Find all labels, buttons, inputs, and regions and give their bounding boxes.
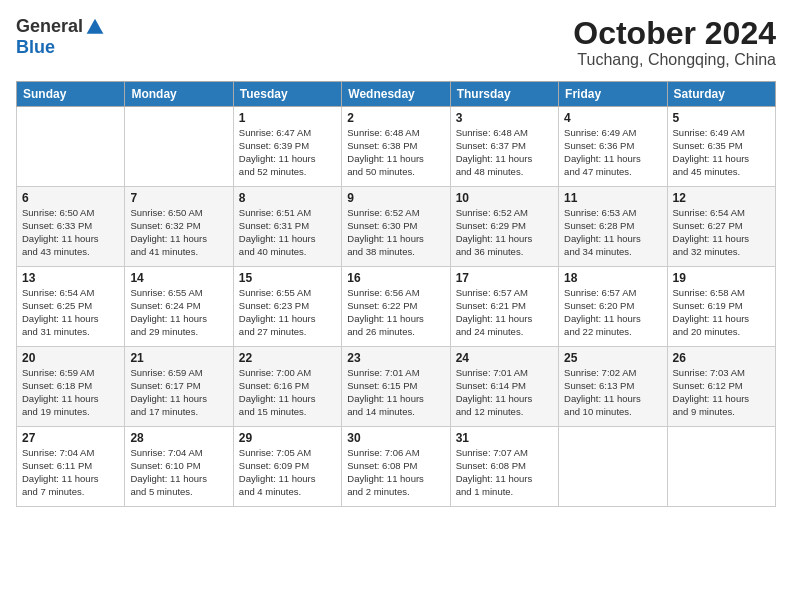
- logo-icon: [85, 17, 105, 37]
- day-info: Sunrise: 6:55 AM Sunset: 6:24 PM Dayligh…: [130, 287, 227, 338]
- day-number: 4: [564, 111, 661, 125]
- calendar-cell: [17, 107, 125, 187]
- day-number: 2: [347, 111, 444, 125]
- calendar-cell: 13Sunrise: 6:54 AM Sunset: 6:25 PM Dayli…: [17, 267, 125, 347]
- day-number: 31: [456, 431, 553, 445]
- calendar-cell: 11Sunrise: 6:53 AM Sunset: 6:28 PM Dayli…: [559, 187, 667, 267]
- weekday-header-saturday: Saturday: [667, 82, 775, 107]
- calendar-cell: 29Sunrise: 7:05 AM Sunset: 6:09 PM Dayli…: [233, 427, 341, 507]
- calendar-cell: 31Sunrise: 7:07 AM Sunset: 6:08 PM Dayli…: [450, 427, 558, 507]
- day-info: Sunrise: 6:59 AM Sunset: 6:17 PM Dayligh…: [130, 367, 227, 418]
- calendar-cell: 26Sunrise: 7:03 AM Sunset: 6:12 PM Dayli…: [667, 347, 775, 427]
- svg-marker-0: [87, 18, 104, 33]
- day-info: Sunrise: 6:58 AM Sunset: 6:19 PM Dayligh…: [673, 287, 770, 338]
- calendar-cell: 24Sunrise: 7:01 AM Sunset: 6:14 PM Dayli…: [450, 347, 558, 427]
- weekday-header-monday: Monday: [125, 82, 233, 107]
- calendar-table: SundayMondayTuesdayWednesdayThursdayFrid…: [16, 81, 776, 507]
- weekday-header-row: SundayMondayTuesdayWednesdayThursdayFrid…: [17, 82, 776, 107]
- weekday-header-thursday: Thursday: [450, 82, 558, 107]
- day-info: Sunrise: 6:51 AM Sunset: 6:31 PM Dayligh…: [239, 207, 336, 258]
- calendar-cell: [667, 427, 775, 507]
- day-number: 13: [22, 271, 119, 285]
- day-number: 16: [347, 271, 444, 285]
- calendar-cell: 21Sunrise: 6:59 AM Sunset: 6:17 PM Dayli…: [125, 347, 233, 427]
- calendar-cell: 3Sunrise: 6:48 AM Sunset: 6:37 PM Daylig…: [450, 107, 558, 187]
- day-number: 29: [239, 431, 336, 445]
- calendar-week-3: 13Sunrise: 6:54 AM Sunset: 6:25 PM Dayli…: [17, 267, 776, 347]
- day-number: 17: [456, 271, 553, 285]
- calendar-cell: 18Sunrise: 6:57 AM Sunset: 6:20 PM Dayli…: [559, 267, 667, 347]
- day-number: 12: [673, 191, 770, 205]
- calendar-cell: 10Sunrise: 6:52 AM Sunset: 6:29 PM Dayli…: [450, 187, 558, 267]
- calendar-cell: 23Sunrise: 7:01 AM Sunset: 6:15 PM Dayli…: [342, 347, 450, 427]
- day-info: Sunrise: 7:04 AM Sunset: 6:10 PM Dayligh…: [130, 447, 227, 498]
- day-info: Sunrise: 6:50 AM Sunset: 6:33 PM Dayligh…: [22, 207, 119, 258]
- day-number: 27: [22, 431, 119, 445]
- day-number: 30: [347, 431, 444, 445]
- day-info: Sunrise: 6:48 AM Sunset: 6:37 PM Dayligh…: [456, 127, 553, 178]
- day-info: Sunrise: 6:54 AM Sunset: 6:27 PM Dayligh…: [673, 207, 770, 258]
- day-info: Sunrise: 6:50 AM Sunset: 6:32 PM Dayligh…: [130, 207, 227, 258]
- calendar-cell: [125, 107, 233, 187]
- calendar-week-2: 6Sunrise: 6:50 AM Sunset: 6:33 PM Daylig…: [17, 187, 776, 267]
- day-number: 18: [564, 271, 661, 285]
- day-number: 19: [673, 271, 770, 285]
- calendar-cell: 17Sunrise: 6:57 AM Sunset: 6:21 PM Dayli…: [450, 267, 558, 347]
- calendar-week-5: 27Sunrise: 7:04 AM Sunset: 6:11 PM Dayli…: [17, 427, 776, 507]
- calendar-cell: 7Sunrise: 6:50 AM Sunset: 6:32 PM Daylig…: [125, 187, 233, 267]
- calendar-cell: 1Sunrise: 6:47 AM Sunset: 6:39 PM Daylig…: [233, 107, 341, 187]
- day-number: 1: [239, 111, 336, 125]
- day-info: Sunrise: 7:07 AM Sunset: 6:08 PM Dayligh…: [456, 447, 553, 498]
- calendar-cell: 28Sunrise: 7:04 AM Sunset: 6:10 PM Dayli…: [125, 427, 233, 507]
- calendar-cell: 2Sunrise: 6:48 AM Sunset: 6:38 PM Daylig…: [342, 107, 450, 187]
- calendar-cell: [559, 427, 667, 507]
- day-number: 15: [239, 271, 336, 285]
- logo: General Blue: [16, 16, 105, 58]
- weekday-header-friday: Friday: [559, 82, 667, 107]
- day-number: 11: [564, 191, 661, 205]
- day-number: 22: [239, 351, 336, 365]
- weekday-header-sunday: Sunday: [17, 82, 125, 107]
- page-header: General Blue October 2024 Tuchang, Chong…: [16, 16, 776, 69]
- calendar-cell: 15Sunrise: 6:55 AM Sunset: 6:23 PM Dayli…: [233, 267, 341, 347]
- calendar-cell: 6Sunrise: 6:50 AM Sunset: 6:33 PM Daylig…: [17, 187, 125, 267]
- calendar-cell: 19Sunrise: 6:58 AM Sunset: 6:19 PM Dayli…: [667, 267, 775, 347]
- day-info: Sunrise: 6:55 AM Sunset: 6:23 PM Dayligh…: [239, 287, 336, 338]
- day-number: 5: [673, 111, 770, 125]
- day-info: Sunrise: 6:47 AM Sunset: 6:39 PM Dayligh…: [239, 127, 336, 178]
- day-info: Sunrise: 7:04 AM Sunset: 6:11 PM Dayligh…: [22, 447, 119, 498]
- day-info: Sunrise: 7:01 AM Sunset: 6:15 PM Dayligh…: [347, 367, 444, 418]
- calendar-cell: 16Sunrise: 6:56 AM Sunset: 6:22 PM Dayli…: [342, 267, 450, 347]
- logo-general-text: General: [16, 16, 83, 37]
- day-info: Sunrise: 6:56 AM Sunset: 6:22 PM Dayligh…: [347, 287, 444, 338]
- day-info: Sunrise: 6:57 AM Sunset: 6:21 PM Dayligh…: [456, 287, 553, 338]
- day-number: 20: [22, 351, 119, 365]
- calendar-cell: 14Sunrise: 6:55 AM Sunset: 6:24 PM Dayli…: [125, 267, 233, 347]
- day-info: Sunrise: 7:02 AM Sunset: 6:13 PM Dayligh…: [564, 367, 661, 418]
- day-info: Sunrise: 6:59 AM Sunset: 6:18 PM Dayligh…: [22, 367, 119, 418]
- day-number: 21: [130, 351, 227, 365]
- calendar-cell: 5Sunrise: 6:49 AM Sunset: 6:35 PM Daylig…: [667, 107, 775, 187]
- day-info: Sunrise: 7:01 AM Sunset: 6:14 PM Dayligh…: [456, 367, 553, 418]
- title-section: October 2024 Tuchang, Chongqing, China: [573, 16, 776, 69]
- day-info: Sunrise: 6:53 AM Sunset: 6:28 PM Dayligh…: [564, 207, 661, 258]
- calendar-week-4: 20Sunrise: 6:59 AM Sunset: 6:18 PM Dayli…: [17, 347, 776, 427]
- day-number: 14: [130, 271, 227, 285]
- calendar-cell: 12Sunrise: 6:54 AM Sunset: 6:27 PM Dayli…: [667, 187, 775, 267]
- day-info: Sunrise: 6:52 AM Sunset: 6:30 PM Dayligh…: [347, 207, 444, 258]
- weekday-header-wednesday: Wednesday: [342, 82, 450, 107]
- calendar-cell: 4Sunrise: 6:49 AM Sunset: 6:36 PM Daylig…: [559, 107, 667, 187]
- day-info: Sunrise: 6:54 AM Sunset: 6:25 PM Dayligh…: [22, 287, 119, 338]
- day-number: 23: [347, 351, 444, 365]
- calendar-cell: 20Sunrise: 6:59 AM Sunset: 6:18 PM Dayli…: [17, 347, 125, 427]
- calendar-cell: 9Sunrise: 6:52 AM Sunset: 6:30 PM Daylig…: [342, 187, 450, 267]
- day-info: Sunrise: 7:00 AM Sunset: 6:16 PM Dayligh…: [239, 367, 336, 418]
- day-info: Sunrise: 6:48 AM Sunset: 6:38 PM Dayligh…: [347, 127, 444, 178]
- day-info: Sunrise: 6:49 AM Sunset: 6:36 PM Dayligh…: [564, 127, 661, 178]
- calendar-week-1: 1Sunrise: 6:47 AM Sunset: 6:39 PM Daylig…: [17, 107, 776, 187]
- day-number: 26: [673, 351, 770, 365]
- calendar-cell: 30Sunrise: 7:06 AM Sunset: 6:08 PM Dayli…: [342, 427, 450, 507]
- calendar-cell: 25Sunrise: 7:02 AM Sunset: 6:13 PM Dayli…: [559, 347, 667, 427]
- day-number: 28: [130, 431, 227, 445]
- day-info: Sunrise: 6:52 AM Sunset: 6:29 PM Dayligh…: [456, 207, 553, 258]
